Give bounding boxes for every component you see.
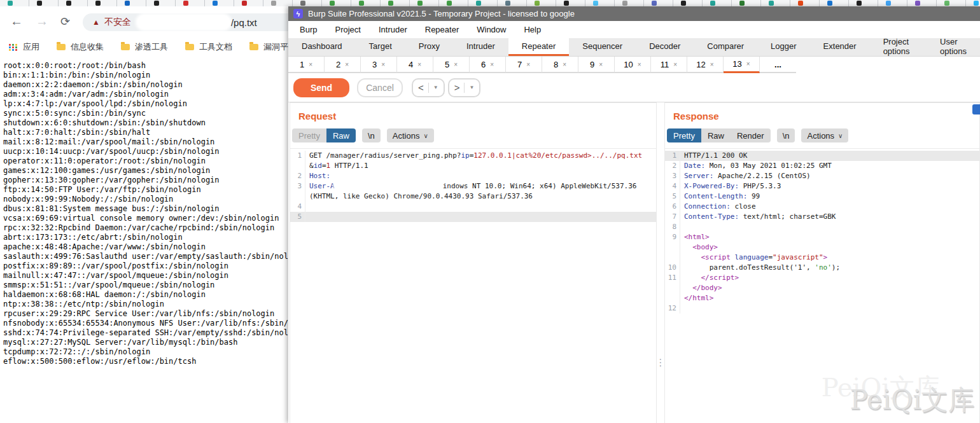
response-line[interactable]: 3Server: Apache/2.2.15 (CentOS) <box>665 171 979 181</box>
browser-tab-strip[interactable] <box>0 0 980 6</box>
repeater-tab-10[interactable]: 10× <box>615 57 651 73</box>
browser-tab[interactable] <box>322 0 351 6</box>
repeater-tab-11[interactable]: 11× <box>651 57 687 73</box>
browser-tab[interactable] <box>439 0 468 6</box>
response-line[interactable]: 10 parent.doTestResult('1', 'no'); <box>665 263 979 273</box>
response-editor[interactable]: 1HTTP/1.1 200 OK2Date: Mon, 03 May 2021 … <box>665 148 979 423</box>
response-line[interactable]: <script language="javascript"> <box>665 253 979 263</box>
tab-logger[interactable]: Logger <box>757 38 809 56</box>
tab-decoder[interactable]: Decoder <box>636 38 694 56</box>
close-icon[interactable]: × <box>710 61 714 68</box>
tab-repeater[interactable]: Repeater <box>508 38 569 56</box>
browser-tab[interactable] <box>263 0 293 6</box>
bookmark-item[interactable]: 应用 <box>9 41 39 53</box>
menu-item-project[interactable]: Project <box>326 21 369 38</box>
request-line[interactable]: 2Host: <box>290 171 656 181</box>
close-icon[interactable]: × <box>345 61 349 68</box>
browser-tab[interactable] <box>790 0 820 6</box>
request-line[interactable]: (KHTML, like Gecko) Chrome/90.0.4430.93 … <box>290 191 656 202</box>
request-line[interactable]: 5 <box>290 212 656 222</box>
apps-grid-icon[interactable] <box>9 44 18 51</box>
response-line[interactable]: </body> <box>665 283 979 293</box>
request-newline-toggle-button[interactable]: \n <box>362 128 381 142</box>
splitter-handle-icon[interactable]: ⋮ <box>656 357 666 368</box>
repeater-tab-7[interactable]: 7× <box>506 57 542 73</box>
menu-item-intruder[interactable]: Intruder <box>370 21 416 38</box>
close-icon[interactable]: × <box>599 61 603 68</box>
previous-request-button[interactable]: < ▼ <box>412 78 445 97</box>
repeater-tab-13[interactable]: 13× <box>724 57 760 73</box>
browser-tab[interactable] <box>351 0 381 6</box>
repeater-tab-12[interactable]: 12× <box>687 57 724 73</box>
close-icon[interactable]: × <box>454 61 458 68</box>
tab-proxy[interactable]: Proxy <box>405 38 453 56</box>
browser-tab[interactable] <box>381 0 410 6</box>
browser-tab[interactable] <box>176 0 205 6</box>
bookmark-item[interactable]: 信息收集 <box>57 41 104 53</box>
tab-comparer[interactable]: Comparer <box>694 38 757 56</box>
cancel-button[interactable]: Cancel <box>357 78 403 97</box>
request-line[interactable]: 3User-Aindows NT 10.0; Win64; x64) Apple… <box>290 181 656 191</box>
response-newline-toggle-button[interactable]: \n <box>777 128 795 142</box>
bookmark-item[interactable]: 渗透工具 <box>121 41 168 53</box>
bookmark-item[interactable]: 漏洞平台 <box>249 41 288 53</box>
browser-tab[interactable] <box>673 0 703 6</box>
reload-icon[interactable]: ⟳ <box>60 15 70 29</box>
browser-tab[interactable] <box>556 0 585 6</box>
forward-icon[interactable]: → <box>36 14 48 29</box>
tab-dashboard[interactable]: Dashboard <box>288 38 356 56</box>
browser-tab[interactable] <box>468 0 498 6</box>
response-view-tab-raw[interactable]: Raw <box>701 128 731 142</box>
repeater-tab-1[interactable]: 1× <box>288 57 325 73</box>
browser-tab[interactable] <box>117 0 146 6</box>
not-secure-warning-icon[interactable]: ▲ <box>92 18 100 26</box>
tab-target[interactable]: Target <box>356 38 405 56</box>
request-actions-button[interactable]: Actions∨ <box>387 128 434 142</box>
repeater-tab-5[interactable]: 5× <box>433 57 470 73</box>
repeater-tab-2[interactable]: 2× <box>325 57 361 73</box>
repeater-tab-6[interactable]: 6× <box>470 57 506 73</box>
address-bar[interactable]: ▲ 不安全 /pq.txt <box>83 13 288 31</box>
tab-project-options[interactable]: Project options <box>870 38 927 56</box>
response-line[interactable]: 12 <box>665 303 979 314</box>
response-line[interactable]: 5Content-Length: 99 <box>665 191 979 202</box>
browser-tab[interactable] <box>966 0 980 6</box>
tab-sequencer[interactable]: Sequencer <box>569 38 636 56</box>
browser-tab[interactable] <box>146 0 176 6</box>
browser-tab[interactable] <box>732 0 761 6</box>
menu-item-repeater[interactable]: Repeater <box>416 21 468 38</box>
response-view-tab-pretty[interactable]: Pretty <box>667 128 701 142</box>
repeater-tab-3[interactable]: 3× <box>361 57 397 73</box>
browser-tab[interactable] <box>615 0 644 6</box>
layout-toggle-icon[interactable] <box>972 104 980 114</box>
browser-tab[interactable] <box>937 0 966 6</box>
response-line[interactable]: <body> <box>665 242 979 253</box>
request-line[interactable]: &id=1 HTTP/1.1 <box>290 161 656 171</box>
response-actions-button[interactable]: Actions∨ <box>801 128 848 142</box>
next-request-button[interactable]: > ▼ <box>448 78 481 97</box>
bookmark-item[interactable]: 工具文档 <box>185 41 232 53</box>
dropdown-icon[interactable]: ▼ <box>469 85 474 90</box>
browser-tab[interactable] <box>0 0 29 6</box>
repeater-tab-4[interactable]: 4× <box>397 57 433 73</box>
response-line[interactable]: 2Date: Mon, 03 May 2021 01:02:25 GMT <box>665 161 979 171</box>
response-line[interactable]: 11 </script> <box>665 273 979 283</box>
back-icon[interactable]: ← <box>10 14 23 29</box>
request-line[interactable]: 1GET /manager/radius/server_ping.php?ip=… <box>290 151 656 161</box>
close-icon[interactable]: × <box>563 61 566 68</box>
repeater-tab-9[interactable]: 9× <box>578 57 615 73</box>
tab-user-options[interactable]: User options <box>927 38 980 56</box>
request-view-tab-pretty[interactable]: Pretty <box>292 128 326 142</box>
close-icon[interactable]: × <box>526 61 530 68</box>
browser-tab[interactable] <box>29 0 59 6</box>
send-button[interactable]: Send <box>293 78 349 97</box>
close-icon[interactable]: × <box>638 61 641 68</box>
browser-tab[interactable] <box>410 0 439 6</box>
menu-item-burp[interactable]: Burp <box>291 21 326 38</box>
browser-tab[interactable] <box>644 0 673 6</box>
browser-tab[interactable] <box>59 0 88 6</box>
repeater-tab-8[interactable]: 8× <box>542 57 578 73</box>
close-icon[interactable]: × <box>490 61 494 68</box>
browser-tab[interactable] <box>88 0 117 6</box>
browser-tab[interactable] <box>820 0 849 6</box>
